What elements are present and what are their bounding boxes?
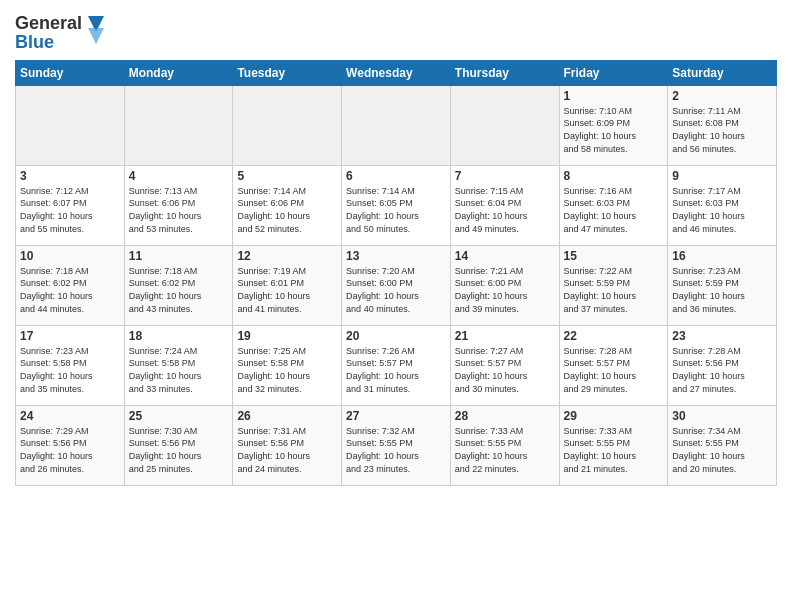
calendar-cell [233, 85, 342, 165]
calendar-cell: 7Sunrise: 7:15 AM Sunset: 6:04 PM Daylig… [450, 165, 559, 245]
week-row-2: 3Sunrise: 7:12 AM Sunset: 6:07 PM Daylig… [16, 165, 777, 245]
week-row-1: 1Sunrise: 7:10 AM Sunset: 6:09 PM Daylig… [16, 85, 777, 165]
day-info: Sunrise: 7:14 AM Sunset: 6:05 PM Dayligh… [346, 185, 446, 235]
day-info: Sunrise: 7:13 AM Sunset: 6:06 PM Dayligh… [129, 185, 229, 235]
day-info: Sunrise: 7:12 AM Sunset: 6:07 PM Dayligh… [20, 185, 120, 235]
calendar-cell: 3Sunrise: 7:12 AM Sunset: 6:07 PM Daylig… [16, 165, 125, 245]
day-number: 28 [455, 409, 555, 423]
calendar-cell: 15Sunrise: 7:22 AM Sunset: 5:59 PM Dayli… [559, 245, 668, 325]
day-info: Sunrise: 7:18 AM Sunset: 6:02 PM Dayligh… [20, 265, 120, 315]
day-info: Sunrise: 7:23 AM Sunset: 5:59 PM Dayligh… [672, 265, 772, 315]
day-info: Sunrise: 7:11 AM Sunset: 6:08 PM Dayligh… [672, 105, 772, 155]
weekday-sunday: Sunday [16, 60, 125, 85]
calendar-cell: 24Sunrise: 7:29 AM Sunset: 5:56 PM Dayli… [16, 405, 125, 485]
day-number: 17 [20, 329, 120, 343]
day-info: Sunrise: 7:23 AM Sunset: 5:58 PM Dayligh… [20, 345, 120, 395]
day-info: Sunrise: 7:20 AM Sunset: 6:00 PM Dayligh… [346, 265, 446, 315]
day-number: 10 [20, 249, 120, 263]
day-number: 20 [346, 329, 446, 343]
day-number: 7 [455, 169, 555, 183]
day-info: Sunrise: 7:31 AM Sunset: 5:56 PM Dayligh… [237, 425, 337, 475]
day-number: 22 [564, 329, 664, 343]
day-info: Sunrise: 7:14 AM Sunset: 6:06 PM Dayligh… [237, 185, 337, 235]
day-info: Sunrise: 7:18 AM Sunset: 6:02 PM Dayligh… [129, 265, 229, 315]
calendar-cell [16, 85, 125, 165]
day-info: Sunrise: 7:24 AM Sunset: 5:58 PM Dayligh… [129, 345, 229, 395]
calendar-cell: 30Sunrise: 7:34 AM Sunset: 5:55 PM Dayli… [668, 405, 777, 485]
logo: General Blue [15, 10, 106, 52]
header: General Blue [15, 10, 777, 52]
day-info: Sunrise: 7:22 AM Sunset: 5:59 PM Dayligh… [564, 265, 664, 315]
day-number: 24 [20, 409, 120, 423]
calendar-cell: 18Sunrise: 7:24 AM Sunset: 5:58 PM Dayli… [124, 325, 233, 405]
calendar-cell: 16Sunrise: 7:23 AM Sunset: 5:59 PM Dayli… [668, 245, 777, 325]
day-info: Sunrise: 7:28 AM Sunset: 5:56 PM Dayligh… [672, 345, 772, 395]
day-info: Sunrise: 7:25 AM Sunset: 5:58 PM Dayligh… [237, 345, 337, 395]
week-row-3: 10Sunrise: 7:18 AM Sunset: 6:02 PM Dayli… [16, 245, 777, 325]
calendar-cell: 22Sunrise: 7:28 AM Sunset: 5:57 PM Dayli… [559, 325, 668, 405]
calendar-cell: 13Sunrise: 7:20 AM Sunset: 6:00 PM Dayli… [342, 245, 451, 325]
day-info: Sunrise: 7:33 AM Sunset: 5:55 PM Dayligh… [455, 425, 555, 475]
day-info: Sunrise: 7:32 AM Sunset: 5:55 PM Dayligh… [346, 425, 446, 475]
day-number: 4 [129, 169, 229, 183]
logo-triangle-icon [84, 12, 106, 48]
calendar-cell [124, 85, 233, 165]
day-info: Sunrise: 7:21 AM Sunset: 6:00 PM Dayligh… [455, 265, 555, 315]
calendar-cell: 29Sunrise: 7:33 AM Sunset: 5:55 PM Dayli… [559, 405, 668, 485]
calendar-cell: 17Sunrise: 7:23 AM Sunset: 5:58 PM Dayli… [16, 325, 125, 405]
calendar-cell: 27Sunrise: 7:32 AM Sunset: 5:55 PM Dayli… [342, 405, 451, 485]
weekday-tuesday: Tuesday [233, 60, 342, 85]
day-number: 13 [346, 249, 446, 263]
logo-general: General [15, 13, 82, 33]
calendar-cell: 21Sunrise: 7:27 AM Sunset: 5:57 PM Dayli… [450, 325, 559, 405]
week-row-4: 17Sunrise: 7:23 AM Sunset: 5:58 PM Dayli… [16, 325, 777, 405]
calendar-cell: 20Sunrise: 7:26 AM Sunset: 5:57 PM Dayli… [342, 325, 451, 405]
day-info: Sunrise: 7:30 AM Sunset: 5:56 PM Dayligh… [129, 425, 229, 475]
calendar-cell: 26Sunrise: 7:31 AM Sunset: 5:56 PM Dayli… [233, 405, 342, 485]
day-info: Sunrise: 7:17 AM Sunset: 6:03 PM Dayligh… [672, 185, 772, 235]
weekday-thursday: Thursday [450, 60, 559, 85]
day-number: 5 [237, 169, 337, 183]
day-number: 29 [564, 409, 664, 423]
calendar-cell: 4Sunrise: 7:13 AM Sunset: 6:06 PM Daylig… [124, 165, 233, 245]
calendar-cell: 9Sunrise: 7:17 AM Sunset: 6:03 PM Daylig… [668, 165, 777, 245]
calendar-cell: 23Sunrise: 7:28 AM Sunset: 5:56 PM Dayli… [668, 325, 777, 405]
weekday-friday: Friday [559, 60, 668, 85]
calendar-cell: 28Sunrise: 7:33 AM Sunset: 5:55 PM Dayli… [450, 405, 559, 485]
day-info: Sunrise: 7:26 AM Sunset: 5:57 PM Dayligh… [346, 345, 446, 395]
day-number: 26 [237, 409, 337, 423]
day-info: Sunrise: 7:15 AM Sunset: 6:04 PM Dayligh… [455, 185, 555, 235]
day-info: Sunrise: 7:16 AM Sunset: 6:03 PM Dayligh… [564, 185, 664, 235]
weekday-header-row: SundayMondayTuesdayWednesdayThursdayFrid… [16, 60, 777, 85]
day-info: Sunrise: 7:19 AM Sunset: 6:01 PM Dayligh… [237, 265, 337, 315]
page: General Blue SundayMondayTuesdayWednesda… [0, 0, 792, 496]
calendar-cell: 19Sunrise: 7:25 AM Sunset: 5:58 PM Dayli… [233, 325, 342, 405]
calendar-cell [342, 85, 451, 165]
day-number: 9 [672, 169, 772, 183]
day-number: 30 [672, 409, 772, 423]
day-number: 16 [672, 249, 772, 263]
calendar-cell: 12Sunrise: 7:19 AM Sunset: 6:01 PM Dayli… [233, 245, 342, 325]
day-number: 27 [346, 409, 446, 423]
calendar-table: SundayMondayTuesdayWednesdayThursdayFrid… [15, 60, 777, 486]
calendar-cell: 14Sunrise: 7:21 AM Sunset: 6:00 PM Dayli… [450, 245, 559, 325]
day-number: 15 [564, 249, 664, 263]
day-number: 14 [455, 249, 555, 263]
day-number: 21 [455, 329, 555, 343]
day-number: 25 [129, 409, 229, 423]
calendar-cell: 25Sunrise: 7:30 AM Sunset: 5:56 PM Dayli… [124, 405, 233, 485]
day-number: 1 [564, 89, 664, 103]
logo-blue: Blue [15, 32, 54, 52]
calendar-cell: 11Sunrise: 7:18 AM Sunset: 6:02 PM Dayli… [124, 245, 233, 325]
week-row-5: 24Sunrise: 7:29 AM Sunset: 5:56 PM Dayli… [16, 405, 777, 485]
day-info: Sunrise: 7:28 AM Sunset: 5:57 PM Dayligh… [564, 345, 664, 395]
calendar-cell: 6Sunrise: 7:14 AM Sunset: 6:05 PM Daylig… [342, 165, 451, 245]
weekday-saturday: Saturday [668, 60, 777, 85]
calendar-cell [450, 85, 559, 165]
calendar-cell: 5Sunrise: 7:14 AM Sunset: 6:06 PM Daylig… [233, 165, 342, 245]
day-number: 8 [564, 169, 664, 183]
day-number: 19 [237, 329, 337, 343]
day-number: 11 [129, 249, 229, 263]
day-number: 12 [237, 249, 337, 263]
day-info: Sunrise: 7:33 AM Sunset: 5:55 PM Dayligh… [564, 425, 664, 475]
